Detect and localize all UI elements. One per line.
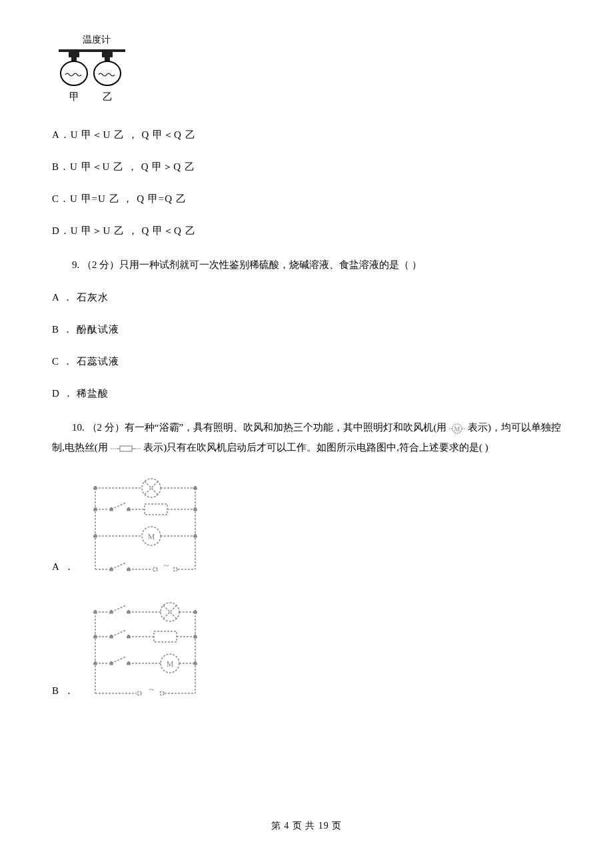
svg-text:～: ～: [162, 560, 171, 570]
svg-rect-4: [102, 49, 113, 57]
svg-line-38: [111, 563, 126, 569]
q9-stem-text: 9. （2 分）只用一种试剂就可一次性鉴别稀硫酸，烧碱溶液、食盐溶液的是（ ）: [52, 255, 561, 275]
svg-point-48: [93, 535, 97, 538]
svg-point-47: [193, 508, 197, 511]
q10-option-a: A ．: [52, 476, 561, 576]
svg-point-81: [93, 611, 97, 614]
svg-point-44: [93, 487, 97, 490]
q9-option-d: D ． 稀盐酸: [52, 385, 561, 401]
svg-line-72: [111, 657, 126, 663]
q9-option-b: B ． 酚酞试液: [52, 321, 561, 337]
svg-text:～: ～: [147, 684, 156, 694]
circuit-diagram-b: ～ M: [82, 600, 209, 700]
circuit-diagram-a: ～ M: [82, 476, 209, 576]
q10-stem-part1: 10. （2 分）有一种“浴霸”，具有照明、吹风和加热三个功能，其中照明灯和吹风…: [72, 422, 449, 433]
svg-text:M: M: [166, 659, 173, 669]
q10-stem-part3: 表示)只有在吹风机启动后才可以工作。如图所示电路图中,符合上述要求的是( ): [143, 442, 488, 453]
svg-line-65: [111, 630, 126, 637]
svg-text:乙: 乙: [103, 91, 113, 102]
q8-option-b: B．U 甲＜U 乙 ， Q 甲＞Q 乙: [52, 159, 561, 175]
svg-point-80: [160, 691, 164, 695]
svg-point-78: [137, 691, 141, 695]
svg-line-25: [145, 481, 158, 495]
page-footer: 第 4 页 共 19 页: [0, 819, 613, 833]
q9-option-c: C ． 石蕊试液: [52, 353, 561, 369]
q10-option-b: B ．: [52, 600, 561, 700]
svg-rect-16: [120, 446, 132, 451]
q9-stem: 9. （2 分）只用一种试剂就可一次性鉴别稀硫酸，烧碱溶液、食盐溶液的是（ ）: [52, 255, 561, 275]
svg-text:温度计: 温度计: [83, 35, 111, 45]
svg-point-45: [193, 487, 197, 490]
q8-option-c: C．U 甲=U 乙 ， Q 甲=Q 乙: [52, 191, 561, 207]
q8-option-a: A．U 甲＜U 乙 ， Q 甲＜Q 乙: [52, 127, 561, 143]
svg-text:甲: 甲: [69, 91, 79, 102]
svg-point-86: [193, 662, 197, 665]
q10-option-b-label: B ．: [52, 683, 75, 700]
q10-stem: 10. （2 分）有一种“浴霸”，具有照明、吹风和加热三个功能，其中照明灯和吹风…: [52, 417, 561, 457]
svg-text:M: M: [454, 425, 460, 433]
svg-line-56: [111, 605, 126, 612]
svg-point-84: [193, 635, 197, 639]
q8-figure: 温度计 甲 乙: [52, 32, 561, 112]
svg-point-83: [93, 635, 97, 639]
q9-option-a: A ． 石灰水: [52, 289, 561, 305]
svg-line-60: [163, 605, 177, 619]
q8-option-d: D．U 甲＞U 乙 ， Q 甲＜Q 乙: [52, 223, 561, 239]
svg-point-41: [153, 567, 157, 571]
svg-rect-2: [69, 49, 79, 57]
svg-point-85: [93, 662, 97, 665]
svg-point-7: [94, 61, 121, 85]
q10-option-a-label: A ．: [52, 559, 75, 576]
svg-line-28: [111, 503, 126, 509]
svg-text:M: M: [147, 532, 155, 541]
svg-point-82: [193, 611, 197, 614]
svg-point-49: [193, 535, 197, 538]
svg-rect-31: [145, 504, 167, 515]
motor-symbol-icon: M: [449, 423, 465, 434]
svg-point-6: [61, 61, 87, 85]
svg-point-46: [93, 508, 97, 511]
svg-rect-68: [154, 631, 177, 642]
svg-line-24: [145, 481, 158, 495]
thermometer-bulbs-diagram: 温度计 甲 乙: [52, 32, 131, 112]
resistor-symbol-icon: [111, 445, 141, 453]
svg-line-61: [163, 605, 177, 619]
svg-point-43: [173, 567, 177, 571]
